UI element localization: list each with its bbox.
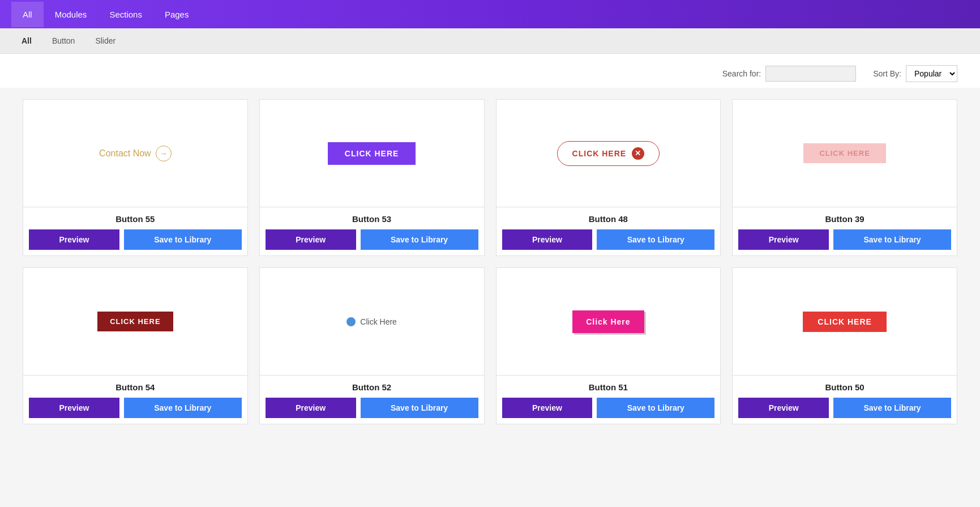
btn-52-dot: [346, 317, 356, 326]
card-39-preview: CLICK HERE: [733, 100, 957, 207]
toolbar: Search for: Sort By: Popular: [0, 54, 980, 88]
card-55-preview-button[interactable]: Preview: [29, 229, 119, 250]
card-53-preview: CLICK HERE: [260, 100, 484, 207]
card-55-preview: Contact Now →: [23, 100, 247, 207]
sub-nav-slider[interactable]: Slider: [85, 31, 126, 51]
top-navigation: All Modules Sections Pages: [0, 0, 980, 28]
btn-preview-54: CLICK HERE: [97, 312, 173, 331]
card-50-actions: Preview Save to Library: [738, 398, 951, 418]
card-50-footer: Button 50 Preview Save to Library: [733, 376, 957, 424]
card-51-footer: Button 51 Preview Save to Library: [497, 376, 721, 424]
btn-48-text: CLICK HERE: [572, 149, 627, 158]
card-55-save-button[interactable]: Save to Library: [124, 229, 242, 250]
top-nav-pages[interactable]: Pages: [153, 2, 200, 27]
card-52-preview-button[interactable]: Preview: [266, 398, 356, 418]
btn-55-text: Contact Now: [99, 148, 151, 159]
card-button-55: Contact Now → Button 55 Preview Save to …: [23, 99, 248, 256]
card-51-save-button[interactable]: Save to Library: [597, 398, 714, 418]
card-button-53: CLICK HERE Button 53 Preview Save to Lib…: [259, 99, 485, 256]
card-48-actions: Preview Save to Library: [502, 229, 715, 250]
card-button-52: Click Here Button 52 Preview Save to Lib…: [259, 267, 485, 424]
sub-nav-all[interactable]: All: [11, 31, 42, 51]
card-50-save-button[interactable]: Save to Library: [833, 398, 951, 418]
card-51-title: Button 51: [589, 382, 628, 392]
card-53-title: Button 53: [352, 214, 391, 224]
card-53-preview-button[interactable]: Preview: [266, 229, 356, 250]
card-55-actions: Preview Save to Library: [29, 229, 242, 250]
top-nav-all[interactable]: All: [11, 2, 44, 27]
card-55-title: Button 55: [115, 214, 155, 224]
card-55-footer: Button 55 Preview Save to Library: [23, 207, 247, 255]
card-53-save-button[interactable]: Save to Library: [361, 229, 478, 250]
card-51-preview-button[interactable]: Preview: [502, 398, 593, 418]
card-48-save-button[interactable]: Save to Library: [597, 229, 714, 250]
card-54-preview: CLICK HERE: [23, 268, 247, 376]
card-button-39: CLICK HERE Button 39 Preview Save to Lib…: [732, 99, 957, 256]
btn-preview-55: Contact Now →: [99, 146, 172, 161]
top-nav-modules[interactable]: Modules: [44, 2, 99, 27]
btn-preview-51: Click Here: [572, 310, 644, 333]
card-52-title: Button 52: [352, 382, 391, 392]
sub-navigation: All Button Slider: [0, 28, 980, 54]
card-39-footer: Button 39 Preview Save to Library: [733, 207, 957, 255]
btn-preview-53: CLICK HERE: [328, 142, 416, 165]
card-39-title: Button 39: [825, 214, 865, 224]
card-51-preview: Click Here: [497, 268, 721, 376]
btn-preview-50: CLICK HERE: [803, 312, 887, 332]
sub-nav-button[interactable]: Button: [42, 31, 85, 51]
search-input[interactable]: [765, 66, 856, 82]
card-48-preview: CLICK HERE ✕: [497, 100, 721, 207]
card-54-preview-button[interactable]: Preview: [29, 398, 119, 418]
card-button-51: Click Here Button 51 Preview Save to Lib…: [496, 267, 721, 424]
card-51-actions: Preview Save to Library: [502, 398, 715, 418]
btn-preview-39: CLICK HERE: [803, 143, 885, 163]
card-53-footer: Button 53 Preview Save to Library: [260, 207, 484, 255]
search-label: Search for:: [722, 69, 761, 78]
btn-48-dot: ✕: [632, 147, 644, 160]
card-39-save-button[interactable]: Save to Library: [833, 229, 951, 250]
card-54-title: Button 54: [115, 382, 155, 392]
card-54-footer: Button 54 Preview Save to Library: [23, 376, 247, 424]
card-button-54: CLICK HERE Button 54 Preview Save to Lib…: [23, 267, 248, 424]
btn-55-arrow: →: [156, 146, 172, 161]
btn-preview-52: Click Here: [334, 312, 409, 332]
card-54-save-button[interactable]: Save to Library: [124, 398, 242, 418]
card-52-preview: Click Here: [260, 268, 484, 376]
card-button-50: CLICK HERE Button 50 Preview Save to Lib…: [732, 267, 957, 424]
card-52-save-button[interactable]: Save to Library: [361, 398, 478, 418]
card-48-preview-button[interactable]: Preview: [502, 229, 593, 250]
top-nav-sections[interactable]: Sections: [98, 2, 153, 27]
btn-52-text: Click Here: [360, 317, 397, 326]
card-48-footer: Button 48 Preview Save to Library: [497, 207, 721, 255]
card-50-title: Button 50: [825, 382, 865, 392]
card-50-preview: CLICK HERE: [733, 268, 957, 376]
card-54-actions: Preview Save to Library: [29, 398, 242, 418]
btn-preview-48: CLICK HERE ✕: [557, 141, 660, 166]
card-53-actions: Preview Save to Library: [266, 229, 478, 250]
card-grid: Contact Now → Button 55 Preview Save to …: [0, 88, 980, 436]
card-52-footer: Button 52 Preview Save to Library: [260, 376, 484, 424]
sort-select[interactable]: Popular: [906, 65, 957, 82]
card-39-preview-button[interactable]: Preview: [738, 229, 829, 250]
sort-label: Sort By:: [873, 69, 901, 78]
card-48-title: Button 48: [589, 214, 628, 224]
card-52-actions: Preview Save to Library: [266, 398, 478, 418]
card-button-48: CLICK HERE ✕ Button 48 Preview Save to L…: [496, 99, 721, 256]
card-39-actions: Preview Save to Library: [738, 229, 951, 250]
card-50-preview-button[interactable]: Preview: [738, 398, 829, 418]
